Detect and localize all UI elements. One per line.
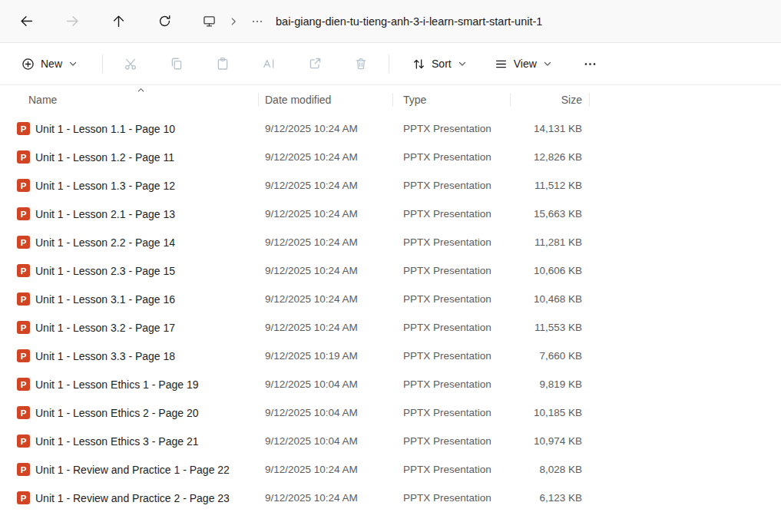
file-name: Unit 1 - Lesson 3.1 - Page 16 [35,293,175,306]
powerpoint-file-icon: P [17,435,30,448]
back-arrow-icon [20,15,33,28]
file-type: PPTX Presentation [393,285,511,313]
file-row[interactable]: P Unit 1 - Lesson 2.3 - Page 15 9/12/202… [0,256,781,285]
file-type: PPTX Presentation [393,484,511,512]
column-header-size[interactable]: Size [511,85,590,114]
powerpoint-file-icon: P [17,321,30,334]
file-name: Unit 1 - Lesson 2.2 - Page 14 [35,236,175,249]
file-date-modified: 9/12/2025 10:24 AM [259,171,393,200]
rename-icon [262,57,276,71]
file-date-modified: 9/12/2025 10:19 AM [259,342,393,370]
file-size: 11,512 KB [511,171,590,200]
sort-ascending-icon [137,86,145,94]
file-date-modified: 9/12/2025 10:04 AM [259,427,393,455]
file-name-cell: P Unit 1 - Lesson 3.1 - Page 16 [11,285,259,313]
file-row[interactable]: P Unit 1 - Review and Practice 1 - Page … [0,455,781,484]
file-name: Unit 1 - Lesson 2.3 - Page 15 [35,265,175,277]
file-name-cell: P Unit 1 - Lesson Ethics 2 - Page 20 [11,398,259,427]
powerpoint-file-icon: P [17,491,30,504]
column-header-date-label: Date modified [265,94,331,106]
file-size: 10,185 KB [511,398,590,427]
file-size: 9,819 KB [511,370,590,398]
up-button[interactable] [103,8,134,35]
file-row[interactable]: P Unit 1 - Lesson 2.1 - Page 13 9/12/202… [0,200,781,228]
forward-button[interactable] [57,8,88,35]
powerpoint-file-icon: P [17,463,30,476]
paste-button[interactable] [207,50,238,78]
refresh-button[interactable] [149,8,180,35]
powerpoint-file-icon: P [17,349,30,362]
scissors-icon [124,57,137,71]
file-name-cell: P Unit 1 - Lesson 2.1 - Page 13 [11,200,259,228]
file-date-modified: 9/12/2025 10:24 AM [259,455,393,484]
rename-button[interactable] [253,50,284,78]
file-row[interactable]: P Unit 1 - Lesson 2.2 - Page 14 9/12/202… [0,228,781,256]
file-row[interactable]: P Unit 1 - Lesson Ethics 1 - Page 19 9/1… [0,370,781,398]
file-type: PPTX Presentation [393,342,511,370]
powerpoint-file-icon: P [17,207,30,220]
more-options-button[interactable] [574,50,607,78]
view-list-icon [495,58,508,71]
column-header-type[interactable]: Type [393,85,511,114]
file-name: Unit 1 - Lesson Ethics 1 - Page 19 [35,378,198,391]
file-row[interactable]: P Unit 1 - Review and Practice 2 - Page … [0,484,781,512]
file-row[interactable]: P Unit 1 - Lesson 3.2 - Page 17 9/12/202… [0,313,781,342]
file-size: 15,663 KB [511,200,590,228]
file-row[interactable]: P Unit 1 - Lesson 1.3 - Page 12 9/12/202… [0,171,781,200]
powerpoint-file-icon: P [17,236,30,249]
sort-button-label: Sort [432,58,452,70]
file-type: PPTX Presentation [393,228,511,256]
file-name: Unit 1 - Lesson 3.2 - Page 17 [35,322,175,334]
copy-button[interactable] [161,50,192,78]
command-toolbar: New [0,43,781,85]
file-row[interactable]: P Unit 1 - Lesson 3.3 - Page 18 9/12/202… [0,342,781,370]
delete-button[interactable] [346,50,376,78]
sort-arrows-icon [412,58,425,71]
file-name-cell: P Unit 1 - Lesson 2.3 - Page 15 [11,256,259,285]
file-name: Unit 1 - Lesson 2.1 - Page 13 [35,208,175,220]
file-row[interactable]: P Unit 1 - Lesson Ethics 3 - Page 21 9/1… [0,427,781,455]
file-name: Unit 1 - Lesson 1.1 - Page 10 [35,123,175,135]
file-size: 12,826 KB [511,143,590,171]
view-button[interactable]: View [487,50,560,78]
breadcrumb-chevron-icon [228,16,239,27]
sort-button[interactable]: Sort [405,50,475,78]
chevron-down-icon [458,59,467,68]
file-name-cell: P Unit 1 - Lesson 1.1 - Page 10 [11,114,259,143]
file-name: Unit 1 - Lesson Ethics 2 - Page 20 [35,407,198,419]
file-row[interactable]: P Unit 1 - Lesson 1.1 - Page 10 9/12/202… [0,114,781,143]
address-bar[interactable]: bai-giang-dien-tu-tieng-anh-3-i-learn-sm… [195,8,769,35]
file-date-modified: 9/12/2025 10:04 AM [259,370,393,398]
breadcrumb-path[interactable]: bai-giang-dien-tu-tieng-anh-3-i-learn-sm… [276,15,542,28]
cut-button[interactable] [115,50,146,78]
column-header-date-modified[interactable]: Date modified [259,85,393,114]
file-size: 7,660 KB [511,342,590,370]
file-name-cell: P Unit 1 - Review and Practice 2 - Page … [11,484,259,512]
file-size: 11,553 KB [511,313,590,342]
file-type: PPTX Presentation [393,256,511,285]
file-name: Unit 1 - Lesson 1.3 - Page 12 [35,180,175,192]
ellipsis-icon [584,58,597,71]
new-button[interactable]: New [14,50,85,78]
chevron-down-icon [68,59,78,68]
file-name: Unit 1 - Review and Practice 1 - Page 22 [35,464,230,476]
share-button[interactable] [299,50,330,78]
new-button-label: New [41,58,62,70]
file-row[interactable]: P Unit 1 - Lesson Ethics 2 - Page 20 9/1… [0,398,781,427]
breadcrumb-ellipsis-button[interactable] [251,15,263,28]
column-header-name[interactable]: Name [11,85,259,114]
this-pc-monitor-icon [203,15,216,28]
share-icon [308,57,322,71]
file-type: PPTX Presentation [393,171,511,200]
file-type: PPTX Presentation [393,398,511,427]
clipboard-icon [216,57,230,71]
toolbar-separator [389,55,389,73]
file-row[interactable]: P Unit 1 - Lesson 1.2 - Page 11 9/12/202… [0,143,781,171]
navigation-bar: bai-giang-dien-tu-tieng-anh-3-i-learn-sm… [0,0,781,43]
up-arrow-icon [112,15,125,28]
file-row[interactable]: P Unit 1 - Lesson 3.1 - Page 16 9/12/202… [0,285,781,313]
refresh-icon [158,15,171,28]
powerpoint-file-icon: P [17,179,30,192]
back-button[interactable] [11,8,41,35]
file-type: PPTX Presentation [393,200,511,228]
